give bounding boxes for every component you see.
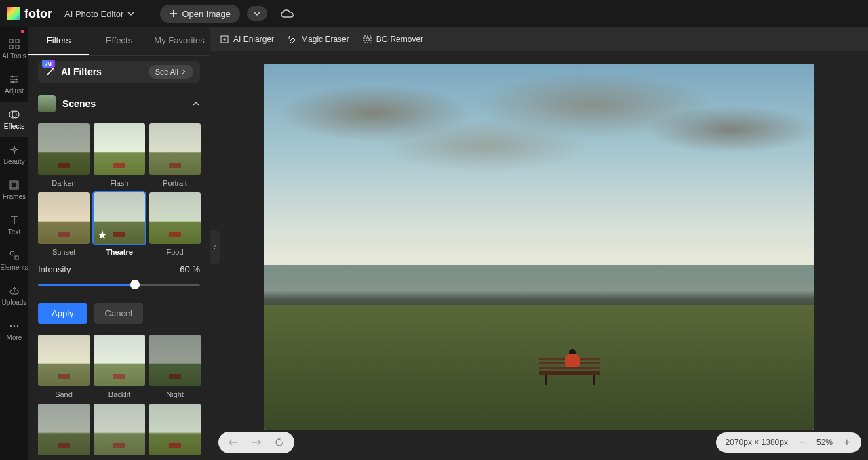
svg-point-4 xyxy=(12,76,14,78)
filter-cloudy[interactable]: Cloudy xyxy=(94,404,145,460)
chevron-up-icon xyxy=(192,100,200,108)
wand-icon xyxy=(45,66,56,77)
arrow-left-icon xyxy=(228,438,239,446)
canvas-toolbar: AI Enlarger Magic Eraser BG Remover xyxy=(210,27,868,51)
svg-rect-3 xyxy=(16,45,19,49)
filter-flash[interactable]: Flash xyxy=(94,123,145,187)
effects-icon xyxy=(9,109,20,120)
filter-landscape[interactable]: Landscape xyxy=(149,404,201,460)
filter-food[interactable]: Food xyxy=(149,192,201,256)
image-dimensions: 2070px × 1380px xyxy=(726,438,788,447)
enlarge-icon xyxy=(220,35,229,44)
open-image-label: Open Image xyxy=(182,9,231,19)
cancel-button[interactable]: Cancel xyxy=(94,303,143,324)
notification-dot xyxy=(21,30,24,33)
eraser-icon xyxy=(288,35,297,44)
filter-theatre[interactable]: Theatre xyxy=(94,192,145,256)
svg-point-13 xyxy=(10,325,12,327)
tab-favorites[interactable]: My Favorites xyxy=(149,27,210,55)
undo-button[interactable] xyxy=(226,436,240,449)
tab-filters[interactable]: Filters xyxy=(28,27,89,55)
zoom-controls: 2070px × 1380px − 52% + xyxy=(716,432,861,453)
panel-body: AI AI Filters See All Scenes Darken F xyxy=(28,56,210,460)
tool-magic-eraser[interactable]: Magic Eraser xyxy=(288,35,349,44)
history-nav xyxy=(218,432,294,453)
filter-shade[interactable]: Shade xyxy=(38,404,90,460)
rail-text[interactable]: Text xyxy=(0,207,28,243)
slider-handle[interactable] xyxy=(130,280,140,289)
filter-portrait[interactable]: Portrait xyxy=(149,123,201,187)
rail-ai-tools[interactable]: AI Tools xyxy=(0,31,28,66)
svg-rect-2 xyxy=(9,45,13,49)
ai-filters-title: AI Filters xyxy=(61,66,102,77)
logo[interactable]: fotor xyxy=(7,7,52,21)
category-header[interactable]: Scenes xyxy=(38,89,200,118)
rail-effects[interactable]: Effects xyxy=(0,102,28,137)
rail-label: Beauty xyxy=(3,158,24,165)
rail-label: Uploads xyxy=(2,299,27,306)
filter-grid-more: Sand Backlit Night Shade Cloudy Landscap… xyxy=(38,335,200,460)
tool-label: BG Remover xyxy=(376,35,423,44)
filter-sunset[interactable]: Sunset xyxy=(38,192,90,256)
svg-rect-12 xyxy=(15,256,18,259)
tool-label: AI Enlarger xyxy=(233,35,274,44)
sidebar: Filters Effects My Favorites AI AI Filte… xyxy=(28,27,210,460)
category-thumbnail xyxy=(38,95,56,112)
chevron-down-icon xyxy=(127,10,134,17)
logo-text: fotor xyxy=(24,7,52,21)
editor-mode-select[interactable]: AI Photo Editor xyxy=(59,6,140,22)
chevron-left-icon xyxy=(212,244,218,251)
reset-button[interactable] xyxy=(273,436,286,449)
image-preview xyxy=(264,64,814,430)
rail-adjust[interactable]: Adjust xyxy=(0,66,28,102)
category-title: Scenes xyxy=(62,98,96,109)
filter-backlit[interactable]: Backlit xyxy=(94,335,145,398)
apply-button[interactable]: Apply xyxy=(38,303,87,324)
ai-filters-card[interactable]: AI AI Filters See All xyxy=(38,61,200,83)
canvas-area: AI Enlarger Magic Eraser BG Remover xyxy=(210,27,868,460)
rail-uploads[interactable]: Uploads xyxy=(0,278,28,313)
collapse-sidebar-tab[interactable] xyxy=(210,230,220,264)
zoom-out-button[interactable]: − xyxy=(797,436,807,448)
frame-icon xyxy=(9,180,20,190)
sliders-icon xyxy=(9,74,20,85)
zoom-value: 52% xyxy=(816,438,833,447)
svg-rect-1 xyxy=(16,39,19,43)
intensity-label: Intensity xyxy=(38,264,71,274)
chevron-down-icon xyxy=(254,10,260,17)
intensity-slider[interactable] xyxy=(38,274,200,295)
tool-label: Magic Eraser xyxy=(301,35,349,44)
rail-elements[interactable]: Elements xyxy=(0,243,28,278)
rail-label: Adjust xyxy=(5,87,24,95)
tab-effects[interactable]: Effects xyxy=(89,27,149,55)
redo-button[interactable] xyxy=(250,436,263,449)
cloud-sync-button[interactable] xyxy=(281,9,294,18)
rail-label: More xyxy=(7,334,22,341)
filter-night[interactable]: Night xyxy=(149,335,201,398)
see-all-button[interactable]: See All xyxy=(149,65,193,79)
open-image-button[interactable]: Open Image xyxy=(160,5,240,23)
see-all-label: See All xyxy=(155,68,178,76)
favorite-star-icon xyxy=(98,230,107,240)
left-rail: AI Tools Adjust Effects Beauty Frames Te… xyxy=(0,27,28,460)
chevron-right-icon xyxy=(181,69,186,75)
tool-ai-enlarger[interactable]: AI Enlarger xyxy=(220,35,274,44)
zoom-in-button[interactable]: + xyxy=(842,436,852,448)
svg-point-14 xyxy=(14,325,15,327)
rail-label: AI Tools xyxy=(2,52,26,60)
rail-beauty[interactable]: Beauty xyxy=(0,137,28,172)
topbar: fotor AI Photo Editor Open Image xyxy=(0,0,868,27)
canvas-viewport[interactable] xyxy=(210,51,868,460)
filter-grid: Darken Flash Portrait Sunset Theatre Foo… xyxy=(38,123,200,256)
svg-point-6 xyxy=(12,81,14,83)
intensity-value: 60 % xyxy=(180,264,200,274)
filter-darken[interactable]: Darken xyxy=(38,123,90,187)
rail-frames[interactable]: Frames xyxy=(0,172,28,207)
rail-more[interactable]: More xyxy=(0,313,28,348)
open-image-more[interactable] xyxy=(247,6,267,21)
text-icon xyxy=(9,215,20,226)
tool-bg-remover[interactable]: BG Remover xyxy=(363,35,423,44)
grid-icon xyxy=(9,39,20,49)
svg-point-15 xyxy=(17,325,18,327)
filter-sand[interactable]: Sand xyxy=(38,335,90,398)
